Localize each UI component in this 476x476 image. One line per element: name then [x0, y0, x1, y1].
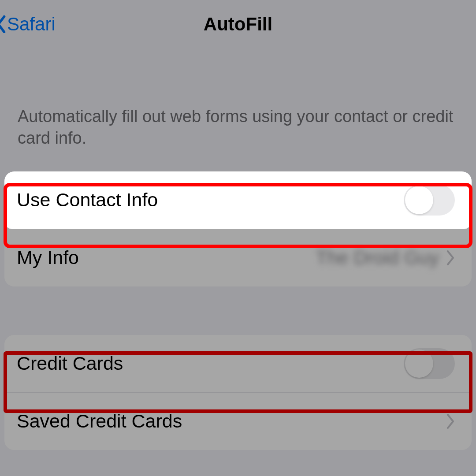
credit-cards-toggle[interactable] [404, 348, 455, 379]
toggle-knob [405, 350, 433, 378]
toggle-knob [405, 186, 433, 214]
chevron-left-icon [0, 15, 6, 33]
page-title: AutoFill [204, 14, 272, 35]
my-info-value: The Droid Guy [316, 247, 439, 268]
use-contact-info-toggle[interactable] [404, 185, 455, 216]
use-contact-info-label: Use Contact Info [17, 189, 158, 211]
my-info-right: The Droid Guy [316, 247, 455, 268]
section-description: Automatically fill out web forms using y… [0, 106, 476, 149]
nav-header: Safari AutoFill [0, 0, 476, 48]
chevron-right-icon [446, 250, 455, 265]
saved-credit-cards-right [446, 414, 455, 429]
use-contact-info-row[interactable]: Use Contact Info [4, 171, 472, 229]
back-label: Safari [7, 14, 56, 35]
back-button[interactable]: Safari [0, 14, 56, 35]
chevron-right-icon [446, 414, 455, 429]
saved-credit-cards-row[interactable]: Saved Credit Cards [4, 393, 472, 450]
credit-cards-section: Credit Cards Saved Credit Cards [4, 335, 472, 450]
saved-credit-cards-label: Saved Credit Cards [17, 410, 182, 432]
contact-info-section: Use Contact Info My Info The Droid Guy [4, 171, 472, 286]
my-info-label: My Info [17, 247, 79, 268]
credit-cards-label: Credit Cards [17, 353, 123, 374]
credit-cards-row[interactable]: Credit Cards [4, 335, 472, 393]
my-info-row[interactable]: My Info The Droid Guy [4, 229, 472, 286]
